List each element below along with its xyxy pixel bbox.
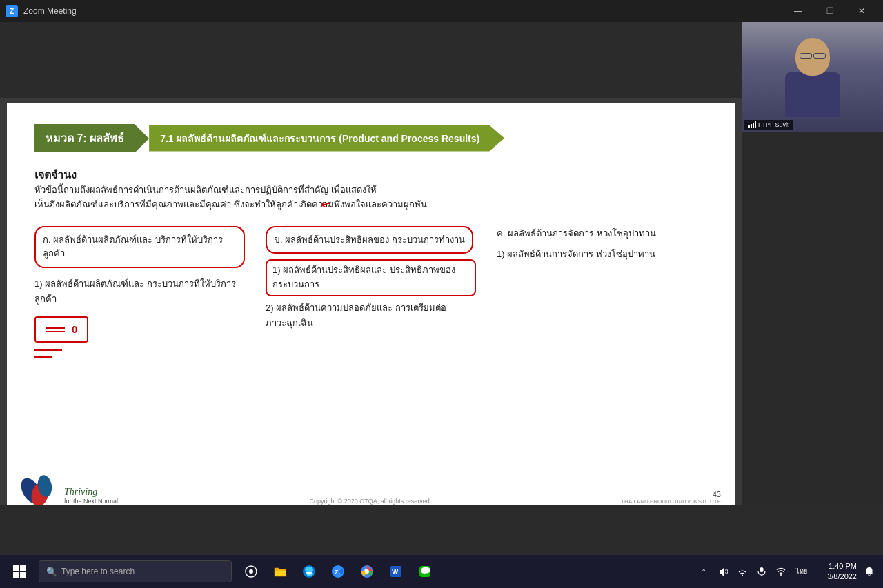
taskbar-search[interactable]: 🔍 Type here to search [39, 560, 232, 582]
count-box: 0 [34, 316, 88, 343]
col-b-title: ข. ผลลัพธ์ด้านประสิทธิผลของ กระบวนการทำง… [266, 226, 473, 254]
ftpi-logo [21, 474, 59, 505]
purpose-text-line1: หัวข้อนี้ถามถึงผลลัพธ์การดำเนินการด้านผล… [34, 183, 707, 198]
maximize-button[interactable]: ❐ [814, 0, 846, 22]
system-tray-expand-button[interactable]: ^ [695, 559, 712, 584]
thriving-text: Thriving [64, 487, 118, 498]
header-category-label: หมวด 7: ผลลัพธ์ [34, 124, 135, 152]
chrome-button[interactable] [355, 559, 379, 584]
svg-rect-17 [760, 567, 764, 572]
webcam-feed: FTPI_Suvit [742, 22, 883, 132]
line-app-button[interactable] [413, 559, 437, 584]
zoom-icon: Z [6, 5, 18, 17]
top-dark-area [0, 22, 742, 98]
bottom-dark-area [0, 505, 883, 555]
webcam-area: FTPI_Suvit [742, 22, 883, 511]
logo-area: Thriving for the Next Normal [21, 474, 118, 505]
network-icon[interactable] [734, 559, 751, 584]
clock-time: 1:40 PM [829, 561, 857, 571]
thriving-branding: Thriving for the Next Normal [64, 487, 118, 505]
microphone-icon[interactable] [753, 559, 770, 584]
slide-area: หมวด 7: ผลลัพธ์ 7.1 ผลลัพธ์ด้านผลิตภัณฑ์… [0, 98, 742, 511]
purpose-text-line2: เห็นถึงผลิตภัณฑ์และบริการที่มีคุณภาพและม… [34, 198, 707, 212]
start-button[interactable] [6, 558, 33, 585]
title-bar: Z Zoom Meeting — ❐ ✕ [0, 0, 883, 22]
title-bar-controls: — ❐ ✕ [782, 0, 877, 22]
wifi-icon[interactable] [773, 559, 789, 584]
col-c-title: ค. ผลลัพธ์ด้านการจัดการ ห่วงโซ่อุปาทาน [497, 226, 707, 241]
title-bar-left: Z Zoom Meeting [6, 5, 77, 17]
svg-point-16 [742, 575, 743, 576]
col-b-item2: 2) ผลลัพธ์ด้านความปลอดภัยและ การเตรียมต่… [266, 301, 476, 331]
col-a-item1: 1) ผลลัพธ์ด้านผลิตภัณฑ์และ กระบวนการที่ใ… [34, 276, 245, 307]
purpose-section: เจตจำนง หัวข้อนี้ถามถึงผลลัพธ์การดำเนินก… [34, 166, 707, 212]
svg-point-4 [249, 569, 253, 574]
main-content: หมวด 7: ผลลัพธ์ 7.1 ผลลัพธ์ด้านผลิตภัณฑ์… [0, 22, 883, 555]
slide-header: หมวด 7: ผลลัพธ์ 7.1 ผลลัพธ์ด้านผลิตภัณฑ์… [34, 124, 707, 152]
header-arrow-icon [135, 125, 149, 152]
volume-icon[interactable] [715, 559, 731, 584]
slide-bottom: Thriving for the Next Normal Copyright ©… [21, 474, 721, 505]
webcam-name-label: FTPI_Suvit [744, 120, 793, 130]
close-button[interactable]: ✕ [846, 0, 877, 22]
system-icons: ^ [695, 559, 811, 584]
svg-text:Z: Z [335, 569, 339, 576]
page-number: 43 [713, 490, 721, 498]
svg-text:W: W [392, 568, 399, 576]
taskbar: 🔍 Type here to search [0, 555, 883, 588]
slide-inner: หมวด 7: ผลลัพธ์ 7.1 ผลลัพธ์ด้านผลิตภัณฑ์… [7, 103, 735, 510]
word-button[interactable]: W [384, 559, 408, 584]
glasses [800, 53, 826, 59]
purpose-intro [79, 170, 84, 181]
file-explorer-button[interactable] [268, 559, 292, 584]
right-bottom: 43 THAILAND PRODUCTIVITY INSTITUTE [621, 490, 721, 505]
tpi-text: THAILAND PRODUCTIVITY INSTITUTE [621, 498, 721, 505]
task-view-button[interactable] [239, 559, 264, 584]
search-placeholder: Type here to search [61, 567, 135, 576]
col-c: ค. ผลลัพธ์ด้านการจัดการ ห่วงโซ่อุปาทาน 1… [497, 226, 707, 358]
slide-container: หมวด 7: ผลลัพธ์ 7.1 ผลลัพธ์ด้านผลิตภัณฑ์… [7, 103, 735, 510]
col-a-title: ก. ผลลัพธ์ด้านผลิตภัณฑ์และ บริการที่ให้บ… [34, 226, 245, 269]
minimize-button[interactable]: — [782, 0, 814, 22]
zoom-app-button[interactable]: Z [326, 559, 350, 584]
taskbar-app-icons: Z W [239, 559, 437, 584]
col-a: ก. ผลลัพธ์ด้านผลิตภัณฑ์และ บริการที่ให้บ… [34, 226, 245, 358]
edge-browser-button[interactable] [297, 559, 321, 584]
header-section-label: 7.1 ผลลัพธ์ด้านผลิตภัณฑ์และกระบวนการ (Pr… [149, 125, 504, 152]
red-line-2 [34, 356, 52, 358]
columns-section: ก. ผลลัพธ์ด้านผลิตภัณฑ์และ บริการที่ให้บ… [34, 226, 707, 358]
svg-point-12 [365, 569, 369, 574]
signal-bars-icon [748, 121, 756, 128]
red-line-1 [34, 349, 62, 351]
col-b: ↙ ข. ผลลัพธ์ด้านประสิทธิผลของ กระบวนการท… [266, 226, 476, 358]
windows-logo-icon [13, 565, 26, 578]
copyright-text: Copyright © 2020 OTQA, all rights reserv… [310, 498, 430, 505]
col-b-item1: 1) ผลลัพธ์ด้านประสิทธิผลและ ประสิทธิภาพข… [266, 259, 476, 296]
next-normal-text: for the Next Normal [64, 498, 118, 505]
title-bar-title: Zoom Meeting [23, 6, 77, 16]
col-c-item1: 1) ผลลัพธ์ด้านการจัดการ ห่วงโซ่อุปาทาน [497, 247, 707, 262]
taskbar-right: ^ [695, 559, 877, 584]
language-icon[interactable]: ไทย [792, 559, 811, 584]
count-value: 0 [72, 321, 77, 338]
person-head [795, 38, 830, 76]
person-body [785, 72, 840, 117]
search-icon: 🔍 [46, 567, 57, 577]
clock-date: 3/8/2022 [827, 571, 857, 582]
svg-point-20 [780, 574, 782, 576]
notification-button[interactable] [861, 559, 877, 584]
purpose-title: เจตจำนง [34, 169, 77, 181]
clock[interactable]: 1:40 PM 3/8/2022 [815, 561, 857, 582]
